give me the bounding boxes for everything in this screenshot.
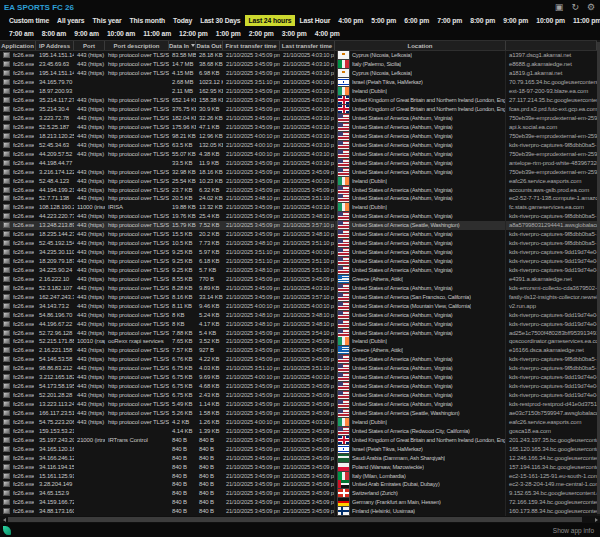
table-row[interactable]: fc26.exe 34.225.90.24 443 (https) http p… — [0, 266, 597, 275]
table-row[interactable]: fc26.exe 52.5.25.187 443 (https) http pr… — [0, 123, 597, 132]
table-row[interactable]: fc26.exe 44.194.199.215 443 (https) http… — [0, 185, 597, 194]
table-row[interactable]: fc26.exe 52.215.171.88 10010 (rxapi) ooR… — [0, 337, 597, 346]
table-row[interactable]: fc26.exe 34.166.246.12 840 B 840 B 21/10… — [0, 453, 597, 462]
table-row[interactable]: fc26.exe 34.235.30.110 443 (https) http … — [0, 248, 597, 257]
filter-11-00-pm[interactable]: 11:00 pm — [569, 15, 600, 26]
table-row[interactable]: fc26.exe 34.88.173.160 840 B 840 B 21/10… — [0, 507, 597, 516]
filter-7-00-am[interactable]: 7:00 am — [5, 28, 38, 39]
filter-3-00-pm[interactable]: 3:00 pm — [278, 28, 311, 39]
filter-last-24-hours[interactable]: Last 24 hours — [245, 15, 296, 26]
table-row[interactable]: fc26.exe 195.14.151.146 443 (https) http… — [0, 69, 597, 78]
cell-data-out: 840 B — [196, 489, 223, 498]
filter-10-00-am[interactable]: 10:00 am — [103, 28, 139, 39]
table-row[interactable]: fc26.exe 166.117.23.51 443 (https) http … — [0, 409, 597, 418]
table-row[interactable]: fc26.exe 18.97.200.93 2.11 MB 162.95 KB … — [0, 87, 597, 96]
horizontal-scrollbar-thumb[interactable] — [8, 517, 582, 522]
filter-this-month[interactable]: This month — [125, 15, 169, 26]
filter-11-00-am[interactable]: 11:00 am — [139, 28, 175, 39]
table-row[interactable]: fc26.exe 108.128.190.28 11000 (irisa) IR… — [0, 203, 597, 212]
table-row[interactable]: fc26.exe 44.223.220.73 443 (https) http … — [0, 212, 597, 221]
table-row[interactable]: fc26.exe 98.86.83.212 443 (https) http p… — [0, 364, 597, 373]
table-row[interactable]: fc26.exe 3.212.165.182 443 (https) http … — [0, 373, 597, 382]
cell-data-out: 927 B — [196, 346, 223, 355]
col-header-application[interactable]: Application — [0, 41, 36, 50]
table-row[interactable]: fc26.exe 23.45.69.63 443 (https) http pr… — [0, 60, 597, 69]
filter-last-30-days[interactable]: Last 30 Days — [196, 15, 244, 26]
table-row[interactable]: fc26.exe 35.214.30.4 443 (https) http pr… — [0, 105, 597, 114]
scroll-right-icon[interactable] — [592, 516, 600, 523]
filter-2-00-pm[interactable]: 2:00 pm — [245, 28, 278, 39]
chart-window-icon[interactable]: ▣ — [555, 2, 564, 13]
filter-last-hour[interactable]: Last Hour — [295, 15, 334, 26]
filter-6-00-pm[interactable]: 6:00 pm — [400, 15, 433, 26]
filter-7-00-pm[interactable]: 7:00 pm — [433, 15, 466, 26]
table-row[interactable]: fc26.exe 44.209.57.52 443 (https) http p… — [0, 149, 597, 158]
table-row[interactable]: fc26.exe 34.165.120.165 840 B 840 B 21/1… — [0, 444, 597, 453]
table-row[interactable]: fc26.exe 35.214.117.27 443 (https) http … — [0, 96, 597, 105]
filter-10-00-pm[interactable]: 10:00 pm — [532, 15, 569, 26]
col-header-ip-address[interactable]: IP Address — [36, 41, 74, 50]
filter-9-00-pm[interactable]: 9:00 pm — [499, 15, 532, 26]
cell-port-description: http protocol over TLS/SSL — [105, 239, 169, 248]
show-app-info-link[interactable]: Show app info — [553, 527, 594, 534]
table-row[interactable]: fc26.exe 54.75.223.206 443 (https) http … — [0, 417, 597, 426]
table-row[interactable]: fc26.exe 3.216.174.122 443 (https) http … — [0, 167, 597, 176]
table-row[interactable]: fc26.exe 52.45.34.63 443 (https) http pr… — [0, 140, 597, 149]
col-header-first-transfer-time[interactable]: First transfer time — [223, 41, 280, 50]
filter-5-00-pm[interactable]: 5:00 pm — [367, 15, 400, 26]
filter-this-year[interactable]: This year — [89, 15, 126, 26]
col-header-port-description[interactable]: Port description — [105, 41, 169, 50]
table-row[interactable]: fc26.exe 18.213.120.254 443 (https) http… — [0, 131, 597, 140]
table-row[interactable]: fc26.exe 34.65.152.9 840 B 840 B 21/10/2… — [0, 489, 597, 498]
col-header-location[interactable]: Location — [335, 41, 506, 50]
table-row[interactable]: fc26.exe 54.146.53.58 443 (https) http p… — [0, 355, 597, 364]
col-header-port[interactable]: Port — [74, 41, 105, 50]
filter-9-00-am[interactable]: 9:00 am — [70, 28, 103, 39]
table-row[interactable]: fc26.exe 3.223.72.78 443 (https) http pr… — [0, 114, 597, 123]
table-row[interactable]: fc26.exe 2.16.222.10 443 (https) http pr… — [0, 274, 597, 283]
table-row[interactable]: fc26.exe 13.248.213.89 443 (https) http … — [0, 221, 597, 230]
refresh-icon[interactable]: ↻ — [571, 2, 579, 13]
table-row[interactable]: fc26.exe 2.16.221.158 443 (https) http p… — [0, 346, 597, 355]
table-row[interactable]: fc26.exe 35.197.243.201 21000 (irtrans) … — [0, 435, 597, 444]
filter-4-00-pm[interactable]: 4:00 pm — [334, 15, 367, 26]
table-row[interactable]: fc26.exe 52.72.96.128 443 (https) http p… — [0, 328, 597, 337]
table-row[interactable]: fc26.exe 13.223.113.240 443 (https) http… — [0, 400, 597, 409]
filter-all-years[interactable]: All years — [53, 15, 88, 26]
table-row[interactable]: fc26.exe 195.14.151.140 443 (https) http… — [0, 51, 597, 60]
table-row[interactable]: fc26.exe 18.235.144.230 443 (https) http… — [0, 230, 597, 239]
table-row[interactable]: fc26.exe 52.7.71.138 443 (https) http pr… — [0, 194, 597, 203]
table-row[interactable]: fc26.exe 54.86.196.70 443 (https) http p… — [0, 310, 597, 319]
table-row[interactable]: fc26.exe 44.196.67.22 443 (https) http p… — [0, 319, 597, 328]
table-row[interactable]: fc26.exe 34.116.194.157 840 B 840 B 21/1… — [0, 462, 597, 471]
table-row[interactable]: fc26.exe 54.173.58.195 443 (https) http … — [0, 382, 597, 391]
table-row[interactable]: fc26.exe 44.198.44.77 33.5 KB 11.9 KB 21… — [0, 158, 597, 167]
table-row[interactable]: fc26.exe 34.159.166.72 840 B 840 B 21/10… — [0, 498, 597, 507]
col-header-blank[interactable] — [506, 41, 597, 50]
table-row[interactable]: fc26.exe 52.48.4.123 443 (https) http pr… — [0, 176, 597, 185]
col-header-data-out[interactable]: Data Out — [196, 41, 223, 50]
filter-1-00-pm[interactable]: 1:00 pm — [212, 28, 245, 39]
filter-8-00-am[interactable]: 8:00 am — [38, 28, 71, 39]
table-row[interactable]: fc26.exe 3.28.204.149 840 B 840 B 21/10/… — [0, 480, 597, 489]
filter-custom-time[interactable]: Custom time — [5, 15, 53, 26]
filter-12-00-pm[interactable]: 12:00 pm — [175, 28, 212, 39]
settings-icon[interactable]: ⚙ — [587, 2, 595, 13]
table-row[interactable]: fc26.exe 18.209.79.187 443 (https) http … — [0, 257, 597, 266]
filter-today[interactable]: Today — [169, 15, 196, 26]
filter-4-00-pm[interactable]: 4:00 pm — [311, 28, 344, 39]
table-row[interactable]: fc26.exe 34.165.79.70 2.68 MB 1023.12 KB… — [0, 78, 597, 87]
table-row[interactable]: fc26.exe 52.201.28.28 443 (https) http p… — [0, 391, 597, 400]
table-row[interactable]: fc26.exe 159.153.53.21 4.14 KB 1.39 KB 2… — [0, 426, 597, 435]
table-row[interactable]: fc26.exe 52.3.182.107 443 (https) http p… — [0, 283, 597, 292]
scroll-left-icon[interactable] — [0, 516, 8, 523]
horizontal-scrollbar[interactable] — [0, 516, 600, 523]
col-header-data-in[interactable]: Data In — [169, 41, 196, 50]
cell-data-in: 6.75 KB — [169, 373, 196, 382]
col-header-last-transfer-time[interactable]: Last transfer time — [280, 41, 335, 50]
table-row[interactable]: fc26.exe 15.161.125.91 840 B 840 B 21/10… — [0, 471, 597, 480]
filter-8-00-pm[interactable]: 8:00 pm — [466, 15, 499, 26]
table-row[interactable]: fc26.exe 162.247.243.33 443 (https) http… — [0, 292, 597, 301]
table-row[interactable]: fc26.exe 34.143.73.2 443 (https) http pr… — [0, 301, 597, 310]
table-row[interactable]: fc26.exe 52.45.192.154 443 (https) http … — [0, 239, 597, 248]
